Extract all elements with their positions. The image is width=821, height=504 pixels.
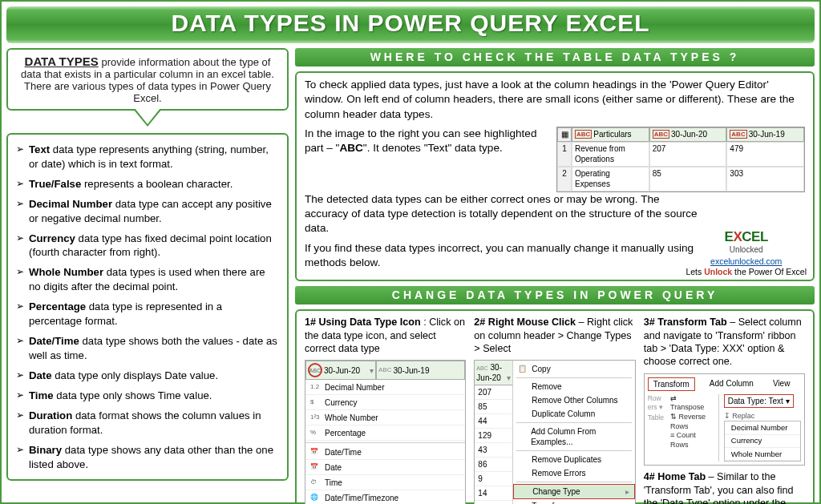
tab-add-column[interactable]: Add Column (705, 377, 758, 391)
page-title: DATA TYPES IN POWER QUERY EXCEL (6, 6, 815, 43)
list-item: Decimal Number data type can accept any … (16, 197, 277, 226)
section1-p1: To check applied data types, just have a… (305, 78, 805, 122)
datatype-option[interactable]: %Percentage (305, 425, 465, 441)
context-menu-item[interactable]: Remove Errors (513, 466, 634, 480)
datatype-option[interactable]: 1.2Decimal Number (305, 380, 465, 395)
datatype-option[interactable]: $Currency (305, 395, 465, 410)
brand-url[interactable]: excelunlocked.com (686, 256, 807, 267)
list-item: Date data type only displays Date value. (16, 369, 277, 383)
list-item: True/False represents a boolean characte… (16, 177, 277, 192)
context-menu-item[interactable]: 📋Copy (513, 362, 634, 376)
context-menu-item[interactable]: Change Type▸ (513, 484, 634, 499)
list-item: Duration data format shows the column va… (16, 409, 277, 437)
col-jun19: ABC30-Jun-19 (726, 127, 804, 142)
section1-panel: To check applied data types, just have a… (295, 71, 815, 281)
section2-head: CHANGE DATA TYPES IN POWER QUERY (295, 286, 815, 304)
pq-header-example: ▦ ABCParticulars ABC30-Jun-20 ABC30-Jun-… (556, 127, 805, 192)
tab-view[interactable]: View (768, 377, 795, 391)
col-particulars: ABCParticulars (572, 127, 649, 142)
datatype-option[interactable]: 🌐Date/Time/Timezone (305, 490, 465, 504)
page: DATA TYPES IN POWER QUERY EXCEL DATA TYP… (0, 0, 821, 504)
context-menu-item[interactable]: Remove Duplicates (513, 453, 634, 466)
method-3-4: 3# Transform Tab – Select column and nav… (644, 316, 805, 504)
intro-box: DATA TYPES provide information about the… (6, 48, 289, 111)
brand-logo: EXCEL Unlocked excelunlocked.com Lets Un… (686, 229, 807, 277)
tab-transform[interactable]: Transform (648, 377, 695, 391)
dropdown-item[interactable]: Currency (725, 435, 800, 448)
col-jun20: ABC30-Jun-20 (649, 127, 727, 142)
list-item: Time data type only shows Time value. (16, 389, 277, 403)
abc-icon: ABC (653, 130, 669, 139)
datatype-dropdown[interactable]: Data Type: Text ▾ (724, 394, 794, 408)
abc-icon: ABC (575, 130, 592, 139)
left-column: DATA TYPES provide information about the… (6, 48, 289, 504)
section2-panel: 1# Using Data Type Icon : Click on the d… (295, 309, 815, 504)
datatype-option[interactable]: 1²3Whole Number (305, 410, 465, 425)
context-menu-item[interactable]: Transform▸ (513, 499, 634, 504)
method-2: 2# Right Mouse Click – Right click on co… (474, 316, 635, 504)
list-item: Date/Time data type shows both the value… (16, 334, 277, 363)
dropdown-item[interactable]: Decimal Number (725, 421, 800, 434)
list-item: Text data type represents anything (stri… (16, 143, 277, 171)
right-column: WHERE TO CHECK THE TABLE DATA TYPES ? To… (295, 48, 815, 504)
context-menu-item[interactable]: Remove (513, 380, 634, 393)
datatype-option[interactable]: 📅Date/Time (305, 445, 465, 460)
datatype-option[interactable]: 📅Date (305, 460, 465, 475)
datatype-option[interactable]: ⏱Time (305, 475, 465, 490)
row-number-head: ▦ (557, 127, 572, 142)
datatype-icon-circled: ABC (308, 363, 322, 377)
m2-screenshot: ABC 30-Jun-20 ▾ 20785441294386914 📋CopyR… (474, 360, 635, 504)
context-menu-item[interactable]: Remove Other Columns (513, 393, 634, 407)
abc-icon: ABC (730, 130, 746, 139)
datatype-list: Text data type represents anything (stri… (16, 143, 277, 471)
section1-p2: In the image to the right you can see hi… (305, 127, 548, 156)
m3-screenshot: Transform Add Column View Rowers ▾ Table… (644, 373, 805, 466)
list-item: Currency data type has fixed decimal poi… (16, 232, 277, 260)
dropdown-item[interactable]: Whole Number (725, 448, 800, 461)
section1-head: WHERE TO CHECK THE TABLE DATA TYPES ? (295, 48, 815, 67)
list-item: Whole Number data types is used when the… (16, 265, 277, 294)
intro-lead: DATA TYPES (25, 54, 99, 68)
datatype-list-box: Text data type represents anything (stri… (6, 133, 289, 481)
method-4: 4# Home Tab – Similar to the 'Transform … (644, 470, 805, 504)
list-item: Binary data type shows any data other th… (16, 443, 277, 472)
m1-screenshot: ABC30-Jun-20▾ ABC30-Jun-19 1.2Decimal Nu… (305, 360, 466, 504)
list-item: Percentage data type is represented in a… (16, 300, 277, 329)
method-1: 1# Using Data Type Icon : Click on the d… (305, 316, 466, 504)
context-menu-item[interactable]: Duplicate Column (513, 407, 634, 421)
context-menu-item[interactable]: Add Column From Examples... (513, 425, 634, 449)
